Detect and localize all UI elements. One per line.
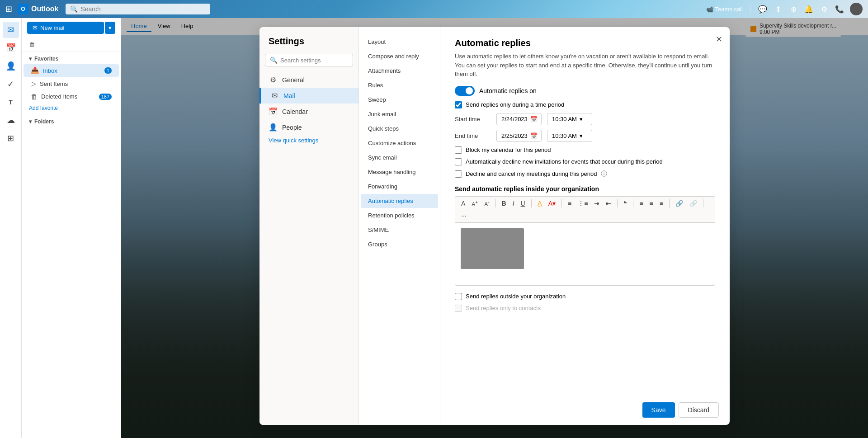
settings-nav-general[interactable]: ⚙ General (259, 72, 359, 88)
start-time-picker[interactable]: 10:30 AM ▾ (547, 113, 592, 125)
submenu-forwarding[interactable]: Forwarding (361, 179, 438, 193)
grid-icon[interactable]: ⊞ (5, 4, 12, 14)
rte-format-text[interactable]: A (459, 198, 467, 208)
send-outside-checkbox[interactable] (455, 293, 462, 300)
send-during-period-label: Send replies only during a time period (466, 101, 564, 108)
submenu-customize-actions[interactable]: Customize actions (361, 136, 438, 150)
rte-underline[interactable]: U (519, 198, 528, 208)
rte-sep3 (561, 199, 562, 207)
topbar-right: 📹 Teams call 💬 ⬆ ⊕ 🔔 ⚙ 📞 (706, 3, 863, 15)
submenu-automatic-replies[interactable]: Automatic replies (361, 194, 438, 208)
submenu-sweep[interactable]: Sweep (361, 93, 438, 107)
close-button[interactable]: ✕ (716, 34, 722, 44)
chat-icon[interactable]: 💬 (758, 4, 768, 14)
submenu-smime[interactable]: S/MIME (361, 223, 438, 237)
submenu-rules[interactable]: Rules (361, 78, 438, 92)
settings-nav-people[interactable]: 👤 People (259, 119, 359, 135)
block-calendar-checkbox[interactable] (455, 146, 462, 154)
rte-size-up[interactable]: A+ (469, 198, 480, 209)
panel-title: Automatic replies (455, 38, 715, 48)
settings-nav-mail[interactable]: ✉ Mail (259, 88, 359, 104)
submenu-layout[interactable]: Layout (361, 35, 438, 49)
rte-content-area[interactable] (455, 222, 715, 286)
teams-call-label: Teams call (715, 6, 743, 13)
rte-align-right[interactable]: ≡ (657, 198, 665, 208)
gear-icon[interactable]: ⚙ (819, 4, 829, 14)
submenu-retention-policies[interactable]: Retention policies (361, 208, 438, 222)
send-only-contacts-checkbox[interactable] (455, 305, 462, 312)
add-favorite[interactable]: Add favorite (22, 103, 121, 113)
send-during-period-checkbox[interactable] (455, 101, 462, 108)
rte-bullets[interactable]: ≡ (566, 198, 574, 208)
phone-icon[interactable]: 📞 (835, 4, 844, 14)
nav-onedrive[interactable]: ☁ (3, 112, 19, 128)
rte-unlink[interactable]: 🔗 (687, 198, 699, 208)
nav-teams[interactable]: T (3, 94, 19, 110)
sidebar-item-inbox[interactable]: 📥 Inbox 1 (24, 64, 119, 77)
rte-highlight[interactable]: A̲ (535, 198, 544, 208)
chevron-down-end: ▾ (580, 132, 583, 139)
block-calendar-row: Block my calendar for this period (455, 146, 715, 154)
rte-font-color[interactable]: A▾ (546, 198, 558, 208)
nav-mail[interactable]: ✉ (3, 22, 19, 38)
nav-todo[interactable]: ✓ (3, 76, 19, 92)
view-quick-settings[interactable]: View quick settings (259, 135, 359, 146)
submenu-quick-steps[interactable]: Quick steps (361, 122, 438, 136)
auto-replies-toggle[interactable] (455, 86, 475, 96)
rte-size-down[interactable]: A- (482, 198, 491, 209)
decline-cancel-checkbox[interactable] (455, 170, 462, 178)
discard-btn[interactable]: 🗑 (25, 39, 38, 50)
rte-italic[interactable]: I (510, 198, 517, 208)
sidebar-item-deleted[interactable]: 🗑 Deleted Items 187 (24, 90, 119, 103)
decline-invitations-checkbox[interactable] (455, 158, 462, 165)
rte-link[interactable]: 🔗 (673, 198, 685, 208)
settings-search[interactable]: 🔍 (265, 54, 353, 66)
rte-indent[interactable]: ⇥ (592, 198, 602, 208)
folders-label[interactable]: ▾ Folders (22, 117, 121, 127)
submenu-attachments[interactable]: Attachments (361, 64, 438, 78)
settings-nav-calendar[interactable]: 📅 Calendar (259, 104, 359, 119)
rte-numbering[interactable]: ⋮≡ (576, 198, 590, 208)
search-settings-input[interactable] (280, 57, 348, 64)
rte-outdent[interactable]: ⇤ (604, 198, 613, 208)
send-only-contacts-row: Send replies only to contacts (455, 305, 715, 312)
start-date-picker[interactable]: 2/24/2023 📅 (496, 113, 542, 125)
rte-sep6 (669, 199, 670, 207)
end-time-label: End time (455, 132, 491, 139)
nav-calendar[interactable]: 📅 (3, 40, 19, 56)
deleted-icon: 🗑 (31, 93, 38, 100)
auto-replies-panel: ✕ Automatic replies Use automatic replie… (440, 27, 730, 425)
bell-icon[interactable]: 🔔 (804, 4, 814, 14)
add-icon[interactable]: ⊕ (788, 4, 798, 14)
new-mail-chevron[interactable]: ▾ (105, 22, 115, 34)
submenu-groups[interactable]: Groups (361, 237, 438, 251)
user-avatar[interactable] (850, 3, 863, 15)
favorites-label[interactable]: ▾ Favorites (22, 54, 121, 64)
sidebar-header: ✉ New mail ▾ (22, 18, 121, 38)
end-date-picker[interactable]: 2/25/2023 📅 (496, 130, 542, 142)
sidebar-item-sent[interactable]: ▷ Sent Items (24, 77, 119, 90)
rte-align-left[interactable]: ≡ (637, 198, 645, 208)
toggle-slider (455, 86, 475, 96)
search-input[interactable] (80, 5, 206, 13)
rte-align-center[interactable]: ≡ (647, 198, 656, 208)
teams-call-btn[interactable]: 📹 Teams call (706, 6, 743, 13)
nav-apps[interactable]: ⊞ (3, 130, 19, 146)
new-mail-button[interactable]: ✉ New mail (27, 22, 104, 34)
submenu-message-handling[interactable]: Message handling (361, 165, 438, 179)
submenu-compose-reply[interactable]: Compose and reply (361, 49, 438, 63)
search-box[interactable]: 🔍 (66, 4, 210, 14)
submenu-sync-email[interactable]: Sync email (361, 151, 438, 165)
rte-bold[interactable]: B (500, 198, 509, 208)
rte-more[interactable]: ··· (459, 211, 469, 221)
settings-content: Layout Compose and reply Attachments Rul… (359, 27, 730, 425)
share-icon[interactable]: ⬆ (773, 4, 783, 14)
submenu-junk-email[interactable]: Junk email (361, 107, 438, 121)
nav-contacts[interactable]: 👤 (3, 58, 19, 74)
toolbar: 🗑 (22, 38, 121, 52)
end-time-picker[interactable]: 10:30 AM ▾ (547, 130, 592, 142)
rte-quote[interactable]: ❝ (621, 198, 629, 208)
send-outside-label: Send replies outside your organization (466, 293, 566, 300)
save-button[interactable]: Save (642, 402, 675, 418)
discard-button[interactable]: Discard (679, 402, 719, 418)
